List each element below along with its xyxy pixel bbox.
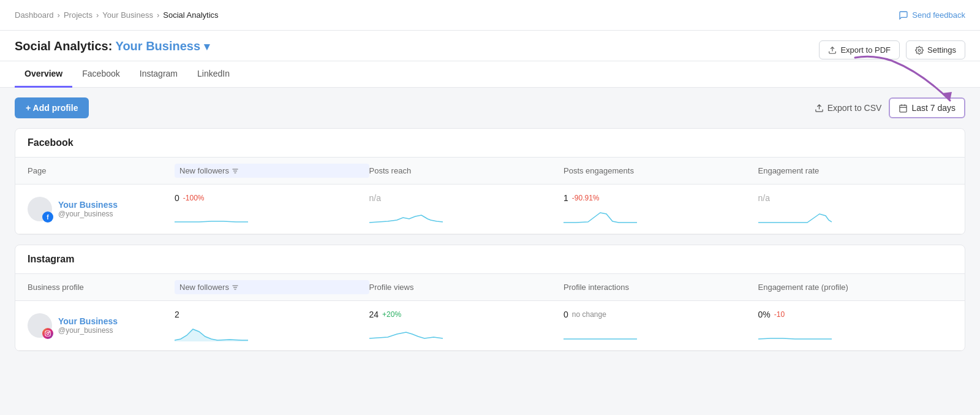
ig-profile-name[interactable]: Your Business xyxy=(58,316,118,326)
fb-engagements-val: 1 xyxy=(564,193,568,203)
breadcrumb: Dashboard › Projects › Your Business › S… xyxy=(15,10,219,20)
filter-icon-ig xyxy=(232,284,239,291)
fb-followers-sparkline xyxy=(175,207,248,225)
page-title: Social Analytics: Your Business ▾ xyxy=(15,39,209,53)
ig-col-profile: Business profile xyxy=(28,280,175,294)
ig-profile-handle: @your_business xyxy=(58,326,118,335)
ig-rate-sparkline xyxy=(758,323,832,341)
fb-posts-reach-cell: n/a xyxy=(369,193,564,225)
fb-engagement-rate-cell: n/a xyxy=(758,193,953,225)
filter-icon xyxy=(232,167,239,175)
tab-overview[interactable]: Overview xyxy=(15,61,72,88)
ig-profile-cell: Your Business @your_business xyxy=(28,313,175,338)
ig-views-val: 24 xyxy=(369,310,379,319)
tab-instagram[interactable]: Instagram xyxy=(130,61,187,88)
ig-col-interactions: Profile interactions xyxy=(564,280,758,294)
ig-interactions-val: 0 xyxy=(564,310,568,319)
ig-interactions-change: no change xyxy=(572,310,606,319)
dropdown-chevron[interactable]: ▾ xyxy=(204,40,209,53)
instagram-table-header: Business profile New followers Profile v… xyxy=(15,274,965,301)
business-name-dropdown[interactable]: Your Business xyxy=(116,39,201,53)
ig-views-change: +20% xyxy=(382,310,401,319)
ig-rate-change: -10 xyxy=(774,310,785,319)
fb-rate-val: n/a xyxy=(758,193,953,203)
fb-col-reach: Posts reach xyxy=(369,164,564,178)
toolbar-right: Export to CSV Last 7 days xyxy=(815,97,965,118)
svg-point-16 xyxy=(49,332,50,332)
fb-reach-val: n/a xyxy=(369,193,564,203)
header-row: Social Analytics: Your Business ▾ Export… xyxy=(0,31,980,61)
upload-icon xyxy=(828,46,837,55)
fb-profile-cell: f Your Business @your_business xyxy=(28,197,175,221)
fb-followers-val: 0 xyxy=(175,193,179,203)
svg-point-1 xyxy=(918,49,921,51)
ig-col-views: Profile views xyxy=(369,280,564,294)
breadcrumb-sep1: › xyxy=(58,10,60,20)
export-csv-button[interactable]: Export to CSV xyxy=(815,103,882,113)
ig-col-rate: Engagement rate (profile) xyxy=(758,280,953,294)
fb-col-followers: New followers xyxy=(175,164,369,178)
facebook-icon: f xyxy=(42,211,53,223)
breadcrumb-sep2: › xyxy=(96,10,99,20)
fb-engagements-cell: 1 -90.91% xyxy=(564,193,758,225)
facebook-section: Facebook Page New followers Posts reach … xyxy=(15,128,965,235)
tabs-row: Overview Facebook Instagram LinkedIn xyxy=(0,61,980,88)
fb-avatar: f xyxy=(28,197,52,221)
export-pdf-button[interactable]: Export to PDF xyxy=(819,40,900,59)
settings-button[interactable]: Settings xyxy=(906,40,965,59)
fb-col-page: Page xyxy=(28,164,175,178)
send-feedback-link[interactable]: Send feedback xyxy=(899,10,965,20)
svg-rect-4 xyxy=(900,105,907,112)
fb-new-followers-cell: 0 -100% xyxy=(175,193,369,225)
breadcrumb-current: Social Analytics xyxy=(163,10,218,20)
facebook-section-title: Facebook xyxy=(15,129,965,158)
ig-interactions-sparkline xyxy=(564,323,637,341)
ig-col-followers: New followers xyxy=(175,280,369,294)
fb-engagements-change: -90.91% xyxy=(572,194,600,202)
facebook-table-row: f Your Business @your_business 0 -100% n… xyxy=(15,185,965,234)
instagram-table-row: Your Business @your_business 2 24 +20% xyxy=(15,301,965,351)
instagram-section-title: Instagram xyxy=(15,245,965,274)
calendar-icon xyxy=(899,104,908,113)
top-bar: Dashboard › Projects › Your Business › S… xyxy=(0,0,980,31)
facebook-table-header: Page New followers Posts reach Posts eng… xyxy=(15,158,965,185)
feedback-icon xyxy=(899,10,908,20)
fb-followers-change: -100% xyxy=(183,194,205,202)
fb-engagements-sparkline xyxy=(564,207,637,225)
export-csv-icon xyxy=(815,104,824,113)
fb-profile-handle: @your_business xyxy=(58,210,118,218)
add-profile-button[interactable]: + Add profile xyxy=(15,97,89,118)
ig-profile-views-cell: 24 +20% xyxy=(369,310,564,341)
ig-rate-val: 0% xyxy=(758,310,771,319)
fb-profile-name[interactable]: Your Business xyxy=(58,200,118,210)
ig-interactions-cell: 0 no change xyxy=(564,310,758,341)
header-actions: Export to PDF Settings xyxy=(819,40,965,59)
toolbar-row: + Add profile Export to CSV Last 7 days xyxy=(15,97,965,118)
settings-icon xyxy=(915,46,924,55)
fb-col-engagements: Posts engagements xyxy=(564,164,758,178)
fb-reach-sparkline xyxy=(369,207,443,225)
breadcrumb-business[interactable]: Your Business xyxy=(102,10,153,20)
fb-col-rate: Engagement rate xyxy=(758,164,953,178)
breadcrumb-dashboard[interactable]: Dashboard xyxy=(15,10,54,20)
ig-new-followers-cell: 2 xyxy=(175,310,369,341)
instagram-icon xyxy=(42,328,53,339)
svg-point-15 xyxy=(47,332,48,334)
ig-engagement-rate-cell: 0% -10 xyxy=(758,310,953,341)
breadcrumb-projects[interactable]: Projects xyxy=(64,10,92,20)
breadcrumb-sep3: › xyxy=(157,10,159,20)
date-range-button[interactable]: Last 7 days xyxy=(889,97,965,118)
tab-facebook[interactable]: Facebook xyxy=(72,61,129,88)
instagram-section: Instagram Business profile New followers… xyxy=(15,245,965,351)
ig-followers-sparkline xyxy=(175,323,248,341)
content-area: + Add profile Export to CSV Last 7 days … xyxy=(0,88,980,371)
ig-followers-val: 2 xyxy=(175,310,369,319)
tab-linkedin[interactable]: LinkedIn xyxy=(187,61,239,88)
ig-views-sparkline xyxy=(369,323,443,341)
ig-avatar xyxy=(28,313,52,338)
fb-rate-sparkline xyxy=(758,207,832,225)
